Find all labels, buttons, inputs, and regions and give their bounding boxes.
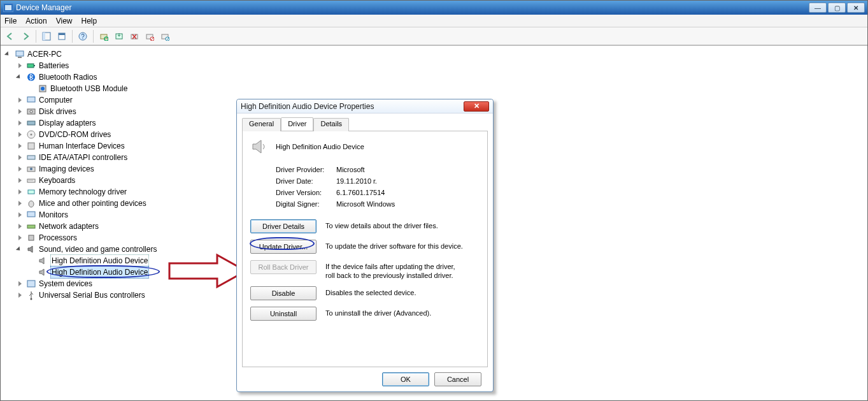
- menu-action[interactable]: Action: [25, 17, 46, 26]
- enable-toolbar-button[interactable]: [158, 29, 172, 43]
- disk-icon: [26, 106, 36, 117]
- expand-icon[interactable]: [17, 131, 24, 138]
- menu-bar: File Action View Help: [1, 15, 867, 27]
- expand-icon[interactable]: [6, 51, 13, 58]
- tab-general[interactable]: General: [242, 118, 281, 131]
- expand-icon[interactable]: [17, 292, 24, 299]
- tree-item-bluetooth-usb-module[interactable]: Bluetooth USB Module: [3, 83, 865, 94]
- tree-label: High Definition Audio Device: [50, 254, 149, 267]
- version-label: Driver Version:: [276, 189, 336, 196]
- expand-icon[interactable]: [17, 166, 24, 173]
- disable-button[interactable]: Disable: [250, 286, 317, 300]
- expand-icon[interactable]: [17, 74, 24, 81]
- minimize-button[interactable]: —: [809, 3, 827, 13]
- expand-icon[interactable]: [17, 189, 24, 196]
- menu-file[interactable]: File: [4, 17, 17, 26]
- tree-label: High Definition Audio Device: [50, 266, 149, 279]
- uninstall-button[interactable]: Uninstall: [250, 307, 317, 321]
- show-hide-tree-button[interactable]: [39, 29, 53, 43]
- ok-button[interactable]: OK: [382, 372, 429, 386]
- svg-rect-16: [27, 64, 34, 68]
- expand-icon[interactable]: [17, 177, 24, 184]
- tree-item-bluetooth-radios[interactable]: Bluetooth Radios: [3, 71, 865, 83]
- tree-label: Bluetooth USB Module: [50, 83, 127, 94]
- uninstall-toolbar-button[interactable]: [127, 29, 141, 43]
- svg-rect-35: [27, 225, 35, 228]
- svg-rect-17: [34, 65, 35, 66]
- back-button[interactable]: [3, 29, 17, 43]
- tree-label: Keyboards: [39, 175, 75, 186]
- expand-icon[interactable]: [17, 120, 24, 127]
- toolbar: ?: [1, 27, 867, 45]
- memory-icon: [26, 187, 36, 197]
- window-controls: — ▢ ✕: [809, 3, 865, 13]
- expand-icon[interactable]: [17, 200, 24, 207]
- disable-toolbar-button[interactable]: [143, 29, 157, 43]
- provider-label: Driver Provider:: [276, 166, 336, 173]
- properties-dialog: High Definition Audio Device Properties …: [236, 99, 494, 392]
- svg-rect-37: [27, 281, 35, 287]
- device-name: High Definition Audio Device: [276, 143, 364, 150]
- tab-details[interactable]: Details: [313, 118, 349, 131]
- provider-value: Microsoft: [336, 166, 365, 173]
- window-title: Device Manager: [16, 3, 809, 12]
- expand-icon[interactable]: [17, 235, 24, 242]
- svg-rect-15: [18, 57, 22, 58]
- close-button[interactable]: ✕: [847, 3, 865, 13]
- expand-icon[interactable]: [17, 143, 24, 150]
- dialog-close-button[interactable]: ✕: [464, 101, 489, 112]
- expand-icon[interactable]: [17, 154, 24, 161]
- maximize-button[interactable]: ▢: [828, 3, 846, 13]
- tab-driver-page: High Definition Audio Device Driver Prov…: [242, 131, 488, 367]
- tree-label: Mice and other pointing devices: [39, 198, 146, 209]
- forward-button[interactable]: [18, 29, 32, 43]
- tree-label: Human Interface Devices: [39, 140, 125, 152]
- update-driver-toolbar-button[interactable]: [112, 29, 126, 43]
- dialog-titlebar: High Definition Audio Device Properties …: [237, 99, 493, 113]
- tree-label: Network adapters: [39, 221, 99, 232]
- display-adapter-icon: [26, 118, 36, 128]
- bluetooth-chip-icon: [38, 84, 48, 94]
- tree-label: System devices: [39, 278, 92, 289]
- tree-label: IDE ATA/ATAPI controllers: [39, 152, 127, 163]
- signer-label: Digital Signer:: [276, 200, 336, 208]
- svg-text:?: ?: [81, 33, 85, 40]
- svg-rect-14: [16, 51, 24, 56]
- svg-rect-36: [29, 235, 34, 240]
- expand-icon[interactable]: [17, 212, 24, 219]
- expand-icon[interactable]: [17, 281, 24, 288]
- date-label: Driver Date:: [276, 177, 336, 185]
- dialog-tabs: General Driver Details: [242, 117, 488, 131]
- usb-icon: [26, 290, 36, 300]
- expand-icon[interactable]: [17, 223, 24, 230]
- menu-help[interactable]: Help: [82, 17, 97, 26]
- expand-icon[interactable]: [17, 108, 24, 115]
- svg-rect-32: [28, 190, 34, 194]
- update-driver-desc: To update the driver software for this d…: [325, 240, 466, 251]
- tab-driver[interactable]: Driver: [281, 117, 313, 131]
- menu-view[interactable]: View: [56, 17, 73, 26]
- properties-button[interactable]: [55, 29, 69, 43]
- battery-icon: [26, 61, 36, 71]
- driver-details-desc: To view details about the driver files.: [325, 219, 466, 230]
- expand-icon[interactable]: [17, 246, 24, 253]
- mouse-icon: [26, 198, 36, 208]
- driver-details-button[interactable]: Driver Details: [250, 219, 317, 233]
- bluetooth-icon: [26, 72, 36, 82]
- expand-icon[interactable]: [17, 97, 24, 104]
- tree-item-batteries[interactable]: Batteries: [3, 60, 865, 71]
- svg-rect-34: [27, 212, 35, 217]
- scan-hardware-button[interactable]: [97, 29, 111, 43]
- keyboard-icon: [26, 175, 36, 186]
- tree-label: Disk drives: [39, 106, 76, 117]
- hid-icon: [26, 141, 36, 151]
- help-button[interactable]: ?: [76, 29, 90, 43]
- uninstall-desc: To uninstall the driver (Advanced).: [325, 307, 466, 317]
- svg-point-30: [30, 168, 32, 170]
- expand-icon[interactable]: [17, 62, 24, 69]
- svg-point-23: [30, 110, 32, 113]
- tree-root[interactable]: ACER-PC: [3, 48, 865, 60]
- cancel-button[interactable]: Cancel: [434, 372, 481, 386]
- speaker-icon: [26, 244, 36, 254]
- update-driver-button[interactable]: Update Driver...: [250, 240, 317, 254]
